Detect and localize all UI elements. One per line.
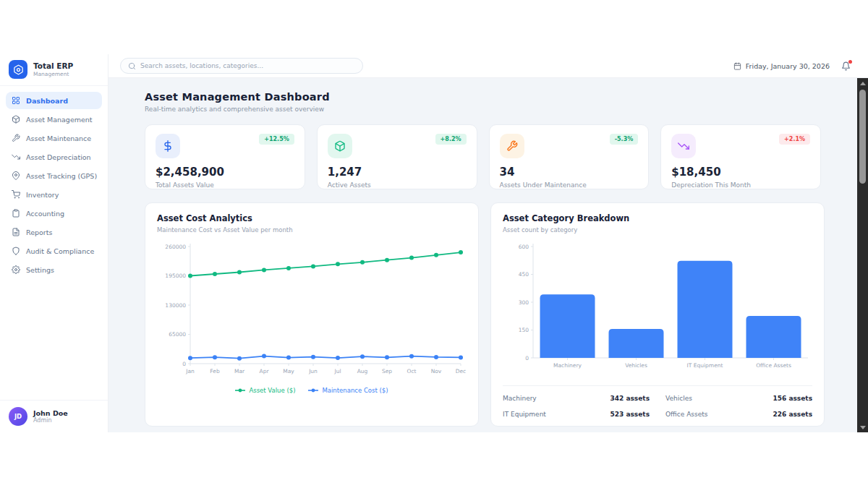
stat-change-badge: +12.5% [259,134,294,145]
scrollbar-up-button[interactable] [857,78,868,88]
avatar: JD [9,407,27,426]
stat-value: $2,458,900 [156,166,294,179]
category-label: IT Equipment [503,411,546,418]
dollar-icon [162,140,174,152]
scrollbar-track[interactable] [857,88,868,422]
svg-text:65000: 65000 [169,331,186,338]
divider [503,385,812,386]
main-content: Asset Management Dashboard Real-time ana… [109,78,857,432]
category-summary-machinery: Machinery342 assets [503,395,650,402]
sidebar-item-label: Asset Maintenance [26,134,91,142]
bar-it-equipment [678,261,733,358]
line-chart-legend: Asset Value ($)Maintenance Cost ($) [157,387,467,394]
sidebar-item-asset-depreciation[interactable]: Asset Depreciation [6,148,102,166]
stat-icon-tile [328,134,352,158]
line-chart-card: Asset Cost Analytics Maintenance Cost vs… [145,202,479,427]
svg-text:Jul: Jul [333,368,341,374]
stat-value: 1,247 [328,166,467,179]
sidebar-item-label: Accounting [26,210,64,218]
svg-text:Aug: Aug [357,368,368,374]
user-role: Admin [33,417,68,424]
svg-text:Mar: Mar [234,368,245,374]
sidebar-item-asset-tracking-gps[interactable]: Asset Tracking (GPS) [6,167,102,184]
sidebar-item-asset-maintenance[interactable]: Asset Maintenance [6,129,102,147]
search-icon [128,62,136,70]
stat-icon-tile [156,134,180,158]
clipboard-icon [12,209,20,218]
sidebar-item-label: Audit & Compliance [26,247,94,255]
sidebar: Total ERP Management DashboardAsset Mana… [0,54,109,432]
bar-vehicles [609,329,664,358]
svg-text:0: 0 [525,355,529,361]
scrollbar-thumb[interactable] [859,90,866,184]
user-name: John Doe [33,409,68,418]
sidebar-item-dashboard[interactable]: Dashboard [6,92,102,109]
category-summary-office-assets: Office Assets226 assets [665,411,812,418]
svg-text:Jan: Jan [185,368,195,374]
sidebar-nav: DashboardAsset ManagementAsset Maintenan… [0,86,108,284]
chevron-up-icon [860,82,866,85]
svg-text:IT Equipment: IT Equipment [687,362,723,369]
svg-text:Sep: Sep [382,368,392,374]
bar-chart-card: Asset Category Breakdown Asset count by … [490,202,825,427]
line-marker-icon [235,388,245,393]
stat-value: $18,450 [671,166,810,179]
search-input[interactable] [140,62,355,69]
charts-row: Asset Cost Analytics Maintenance Cost vs… [145,202,821,427]
svg-text:600: 600 [519,244,529,250]
trend-down-icon [678,140,689,152]
notification-badge [848,60,852,64]
stat-cards-row: +12.5%$2,458,900Total Assets Value+8.2%1… [145,124,821,189]
notifications-button[interactable] [841,61,851,71]
sidebar-item-asset-management[interactable]: Asset Management [6,111,102,128]
svg-text:300: 300 [519,299,529,306]
svg-text:150: 150 [519,327,529,333]
grid-icon [12,96,20,105]
chevron-down-icon [860,426,866,429]
category-summary-vehicles: Vehicles156 assets [665,395,812,402]
box-icon [334,140,346,152]
bar-machinery [540,294,595,358]
sidebar-item-audit-compliance[interactable]: Audit & Compliance [6,242,102,260]
sidebar-spacer [0,284,108,400]
stat-change-badge: +8.2% [435,134,467,145]
svg-text:0: 0 [182,361,186,367]
user-text: John Doe Admin [33,409,68,424]
stat-change-badge: -5.3% [610,134,639,145]
sidebar-item-reports[interactable]: Reports [6,223,102,241]
sidebar-item-label: Dashboard [26,97,68,105]
svg-text:Feb: Feb [210,368,220,374]
sidebar-item-label: Reports [26,228,52,236]
stat-icon-tile [671,134,696,158]
category-count: 342 assets [610,395,650,402]
sidebar-item-accounting[interactable]: Accounting [6,205,102,222]
stat-card-assets-under-maintenance: -5.3%34Assets Under Maintenance [489,124,650,189]
legend-label: Asset Value ($) [249,387,295,394]
svg-text:Nov: Nov [431,368,442,374]
brand: Total ERP Management [0,54,108,86]
bar-office-assets [746,316,801,358]
category-label: Machinery [503,395,537,402]
category-summary-it-equipment: IT Equipment523 assets [503,411,650,418]
user-menu[interactable]: JD John Doe Admin [0,400,108,432]
sidebar-item-label: Asset Management [26,116,93,124]
svg-text:May: May [283,368,294,374]
sidebar-item-settings[interactable]: Settings [6,261,102,278]
svg-text:Oct: Oct [407,368,417,374]
bar-chart-summary: Machinery342 assetsVehicles156 assetsIT … [503,395,812,418]
line-marker-icon [308,388,318,393]
search-box [120,58,363,74]
line-chart-subtitle: Maintenance Cost vs Asset Value per mont… [157,226,467,234]
scrollbar-down-button[interactable] [857,422,868,432]
map-pin-icon [12,171,20,180]
category-label: Vehicles [665,395,692,402]
svg-text:450: 450 [519,271,529,278]
stat-icon-tile [500,134,524,158]
stat-card-depreciation-this-month: +2.1%$18,450Depreciation This Month [660,124,821,189]
bar-chart-title: Asset Category Breakdown [503,213,812,223]
sidebar-item-inventory[interactable]: Inventory [6,186,102,203]
topbar-right: Friday, January 30, 2026 [733,61,851,71]
gear-icon [12,265,20,274]
svg-text:195000: 195000 [165,273,186,279]
legend-label: Maintenance Cost ($) [322,387,388,394]
